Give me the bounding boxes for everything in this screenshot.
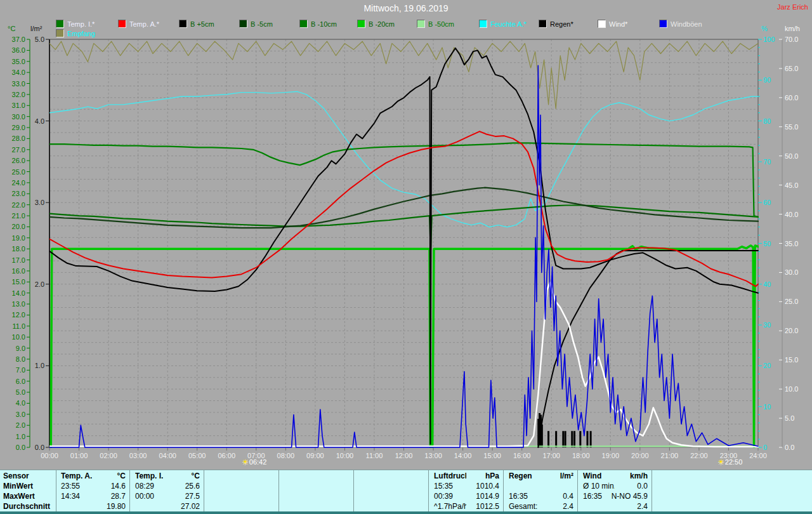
- svg-text:3.0: 3.0: [35, 199, 44, 206]
- series-temp-a-line: [49, 131, 758, 286]
- table-cell: 1010.4: [459, 481, 499, 491]
- row-label-durchschnitt: Durchschnitt: [3, 501, 55, 511]
- svg-text:5.0: 5.0: [785, 414, 794, 422]
- table-cell: 0.4: [533, 491, 573, 501]
- table-cell: 27.02: [159, 501, 200, 511]
- table-cell: °C: [85, 471, 126, 481]
- svg-text:20: 20: [763, 362, 771, 369]
- sunrise-marker: ☀06:42: [242, 458, 266, 466]
- sunrise-time: 06:42: [249, 458, 267, 466]
- svg-text:06:00: 06:00: [218, 452, 235, 459]
- table-cell: 19.80: [85, 501, 126, 511]
- table-column-temp-a-: Temp. A.°C23:5514.614:3428.719.80: [56, 470, 130, 512]
- table-column-wind: Windkm/hØ 10 min.0.016:35N-NO 45.92.4: [578, 470, 652, 512]
- svg-text:7.0: 7.0: [16, 366, 25, 374]
- svg-text:34.0: 34.0: [12, 69, 25, 76]
- svg-text:08:00: 08:00: [277, 452, 295, 459]
- svg-text:65.0: 65.0: [785, 65, 798, 72]
- svg-text:33.0: 33.0: [12, 80, 25, 88]
- svg-text:37.0: 37.0: [12, 36, 25, 43]
- svg-text:11.0: 11.0: [12, 322, 25, 330]
- svg-text:2.0: 2.0: [16, 421, 25, 429]
- table-cell: 1014.9: [459, 491, 499, 501]
- svg-text:19:00: 19:00: [602, 452, 620, 459]
- table-column-empty: [279, 470, 354, 512]
- table-cell: hPa: [459, 471, 499, 481]
- table-cell: 1012.5: [459, 501, 499, 511]
- svg-text:12.0: 12.0: [12, 311, 25, 319]
- svg-text:02:00: 02:00: [100, 452, 117, 459]
- svg-text:14.0: 14.0: [12, 289, 25, 297]
- svg-text:22:00: 22:00: [690, 452, 708, 459]
- svg-text:70: 70: [763, 158, 771, 166]
- svg-text:70.0: 70.0: [785, 36, 798, 43]
- svg-text:29.0: 29.0: [12, 124, 25, 131]
- svg-text:04:00: 04:00: [159, 452, 176, 459]
- svg-text:24.0: 24.0: [12, 179, 25, 187]
- svg-text:13:00: 13:00: [424, 452, 442, 459]
- svg-text:35.0: 35.0: [785, 240, 798, 247]
- svg-text:5.0: 5.0: [35, 36, 44, 43]
- svg-text:26.0: 26.0: [12, 157, 25, 164]
- svg-text:0.0: 0.0: [35, 444, 44, 451]
- table-cell: 25.6: [159, 481, 200, 491]
- svg-text:90: 90: [763, 76, 771, 84]
- svg-text:0.0: 0.0: [16, 444, 25, 451]
- table-column-luftdruck: LuftdruckhPa15:351010.400:391014.9^1.7hP…: [429, 470, 504, 512]
- svg-text:100: 100: [763, 36, 775, 43]
- svg-text:03:00: 03:00: [129, 452, 147, 459]
- table-column-empty: [204, 470, 279, 512]
- table-column-regen: Regenl/m²16:350.4Gesamt:2.4: [504, 470, 578, 512]
- svg-text:4.0: 4.0: [16, 399, 25, 407]
- svg-text:50.0: 50.0: [785, 152, 798, 160]
- table-row-labels: SensorMinWertMaxWertDurchschnitt: [0, 470, 56, 512]
- svg-text:19.0: 19.0: [12, 234, 25, 242]
- series-b20cm-line: [51, 246, 758, 447]
- svg-text:01:00: 01:00: [70, 452, 88, 459]
- svg-text:30.0: 30.0: [785, 268, 798, 276]
- svg-text:18.0: 18.0: [12, 245, 25, 253]
- svg-text:25.0: 25.0: [12, 168, 25, 176]
- svg-text:31.0: 31.0: [12, 102, 25, 109]
- svg-text:60.0: 60.0: [785, 94, 798, 102]
- svg-text:5.0: 5.0: [16, 388, 25, 396]
- table-cell: 27.5: [159, 491, 200, 501]
- svg-text:05:00: 05:00: [188, 452, 206, 459]
- svg-text:17:00: 17:00: [542, 452, 560, 459]
- weather-station-window: Mittwoch, 19.06.2019 Jarz Erich °C l/m² …: [0, 0, 812, 514]
- svg-text:17.0: 17.0: [12, 256, 25, 264]
- svg-text:80: 80: [763, 117, 771, 125]
- svg-text:18:00: 18:00: [572, 452, 590, 459]
- table-cell: 14.6: [85, 481, 126, 491]
- svg-text:2.0: 2.0: [35, 280, 44, 288]
- svg-text:4.0: 4.0: [35, 117, 44, 125]
- svg-text:15:00: 15:00: [483, 452, 501, 459]
- table-cell: l/m²: [533, 471, 573, 481]
- row-label-minwert: MinWert: [3, 481, 55, 491]
- svg-text:36.0: 36.0: [12, 46, 25, 54]
- sunset-time: 22:50: [725, 458, 743, 466]
- svg-text:22.0: 22.0: [12, 201, 25, 209]
- table-cell: 0.0: [607, 481, 648, 491]
- svg-text:40: 40: [763, 280, 771, 288]
- sunset-icon: ☀: [717, 458, 724, 466]
- svg-text:10: 10: [763, 403, 771, 411]
- svg-text:60: 60: [763, 199, 771, 206]
- svg-text:28.0: 28.0: [12, 135, 25, 142]
- svg-text:16:00: 16:00: [513, 452, 531, 459]
- svg-text:10.0: 10.0: [12, 333, 25, 341]
- svg-text:30: 30: [763, 321, 771, 329]
- table-cell: km/h: [607, 471, 648, 481]
- svg-text:55.0: 55.0: [785, 123, 798, 131]
- svg-text:15.0: 15.0: [12, 278, 25, 286]
- table-column-temp-i-: Temp. I.°C08:2925.600:0027.527.02: [130, 470, 204, 512]
- table-cell: 28.7: [85, 491, 126, 501]
- svg-text:8.0: 8.0: [16, 355, 25, 363]
- svg-text:09:00: 09:00: [306, 452, 324, 459]
- sunrise-icon: ☀: [242, 458, 249, 466]
- svg-text:21.0: 21.0: [12, 212, 25, 220]
- svg-text:16.0: 16.0: [12, 267, 25, 275]
- row-label-maxwert: MaxWert: [3, 491, 55, 501]
- svg-text:35.0: 35.0: [12, 58, 25, 65]
- axis-labels: 0.01.02.03.04.05.06.07.08.09.010.011.012…: [12, 36, 799, 459]
